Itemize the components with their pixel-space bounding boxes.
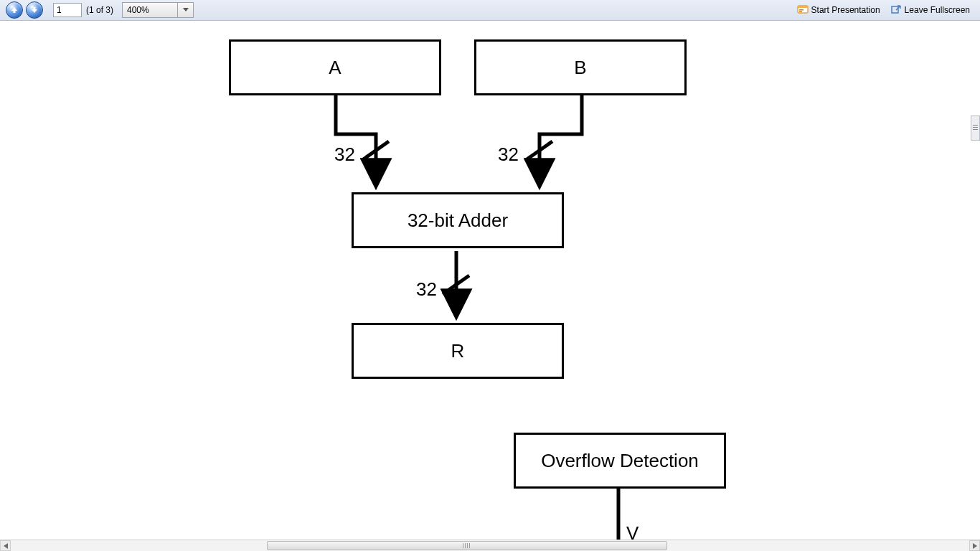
vertical-pager-handle[interactable]	[971, 116, 980, 141]
next-page-button[interactable]	[26, 1, 43, 19]
scroll-right-button[interactable]	[969, 540, 980, 551]
scroll-thumb[interactable]	[267, 541, 667, 550]
presentation-toolbar: (1 of 3) Start Presentation Leave Fullsc…	[0, 0, 980, 21]
block-a: A	[229, 39, 441, 95]
svg-rect-4	[892, 6, 898, 13]
start-presentation-button[interactable]: Start Presentation	[793, 1, 885, 19]
block-adder: 32-bit Adder	[352, 192, 564, 248]
overflow-output-v: V	[626, 522, 639, 540]
block-r: R	[352, 323, 564, 379]
chevron-left-icon	[4, 543, 8, 549]
presentation-icon	[797, 4, 809, 16]
document-viewport[interactable]: 32 32 32 V A B 32-bit Adder R Overflow D…	[0, 22, 980, 540]
scroll-left-button[interactable]	[0, 540, 11, 551]
chevron-down-icon	[183, 8, 189, 12]
svg-line-6	[526, 141, 552, 160]
zoom-dropdown-button[interactable]	[178, 2, 194, 18]
prev-page-button[interactable]	[6, 1, 23, 19]
block-overflow: Overflow Detection	[514, 433, 726, 489]
bus-width-a: 32	[334, 143, 355, 166]
svg-line-7	[443, 276, 469, 294]
svg-line-5	[362, 141, 389, 160]
diagram-connectors	[0, 22, 980, 540]
bus-width-b: 32	[498, 143, 519, 166]
arrow-up-icon	[11, 6, 18, 14]
leave-fullscreen-button[interactable]: Leave Fullscreen	[886, 1, 974, 19]
svg-rect-3	[799, 11, 802, 13]
start-presentation-label: Start Presentation	[811, 5, 880, 15]
svg-rect-2	[799, 9, 804, 11]
pager-grip-icon	[973, 125, 978, 131]
slide-content: 32 32 32 V A B 32-bit Adder R Overflow D…	[0, 22, 980, 540]
scroll-thumb-grip-icon	[463, 543, 471, 548]
zoom-input[interactable]	[122, 2, 178, 18]
chevron-right-icon	[973, 543, 977, 549]
bus-width-r: 32	[416, 278, 437, 301]
block-b: B	[474, 39, 687, 95]
leave-fullscreen-label: Leave Fullscreen	[905, 5, 970, 15]
leave-fullscreen-icon	[890, 4, 902, 16]
zoom-combo[interactable]	[122, 2, 194, 18]
horizontal-scrollbar[interactable]	[0, 540, 980, 551]
page-number-input[interactable]	[53, 3, 82, 17]
arrow-down-icon	[31, 6, 38, 14]
svg-rect-1	[798, 6, 808, 8]
page-count-label: (1 of 3)	[86, 5, 113, 15]
scroll-track[interactable]	[11, 540, 969, 551]
